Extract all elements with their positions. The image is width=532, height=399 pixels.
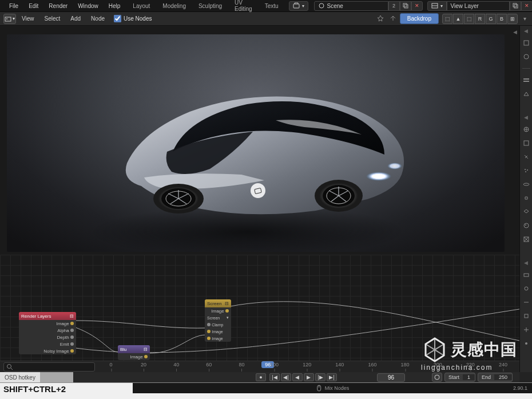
timeline-tick: 20 bbox=[141, 362, 146, 368]
jump-end-button[interactable]: ▶| bbox=[327, 373, 337, 381]
input-socket[interactable] bbox=[207, 323, 211, 326]
prop-tab-output-icon[interactable] bbox=[522, 52, 531, 61]
node-mix-screen[interactable]: Screen⊟ Image Screen▾ Clamp Image Image bbox=[205, 299, 231, 342]
autokey-toggle[interactable] bbox=[432, 373, 442, 382]
compositor-backdrop-area[interactable]: ◀ bbox=[0, 26, 519, 255]
input-socket[interactable] bbox=[207, 330, 211, 333]
channel-btn-r[interactable]: R bbox=[475, 14, 485, 24]
prop-tab-viewlayer-icon[interactable] bbox=[522, 76, 531, 85]
channel-btn-1[interactable]: ▲ bbox=[453, 14, 463, 24]
header-select[interactable]: Select bbox=[40, 14, 65, 23]
current-frame-field[interactable]: 96 bbox=[377, 373, 405, 382]
browse-scene-dropdown[interactable]: ▾ bbox=[289, 1, 308, 11]
timeline-scale[interactable]: 96 020406080100120140160180200220240 bbox=[111, 362, 519, 372]
header-add[interactable]: Add bbox=[66, 14, 85, 23]
auto-keyframe-button[interactable]: ● bbox=[256, 373, 266, 381]
menu-file[interactable]: File bbox=[5, 2, 23, 10]
node-render-layers[interactable]: Render Layers⊟ Image Alpha Depth Emit No… bbox=[19, 312, 76, 354]
svg-rect-2 bbox=[293, 4, 299, 8]
svg-point-33 bbox=[435, 375, 439, 380]
channel-btn-6[interactable]: ⊞ bbox=[507, 14, 518, 24]
channel-btn-b[interactable]: B bbox=[497, 14, 507, 24]
prop-tab-extra-4-icon[interactable] bbox=[522, 311, 531, 321]
backdrop-toggle[interactable]: Backdrop bbox=[400, 13, 439, 24]
chevron-left-icon[interactable]: ◀ bbox=[524, 28, 528, 34]
input-socket[interactable] bbox=[207, 337, 211, 340]
prop-tab-extra-6-icon[interactable] bbox=[522, 339, 531, 348]
prop-tab-extra-1-icon[interactable] bbox=[522, 270, 531, 279]
prop-tab-extra-3-icon[interactable] bbox=[522, 298, 531, 307]
use-nodes-input[interactable] bbox=[114, 15, 121, 22]
output-socket[interactable] bbox=[225, 309, 229, 313]
node-editor[interactable]: Render Layers⊟ Image Alpha Depth Emit No… bbox=[0, 255, 519, 361]
workspace-tab-sculpting[interactable]: Sculpting bbox=[193, 1, 228, 11]
channel-btn-0[interactable]: ⬚ bbox=[442, 14, 452, 24]
viewlayer-dropdown[interactable]: ▾ bbox=[427, 1, 447, 11]
svg-point-50 bbox=[525, 287, 528, 290]
output-socket[interactable] bbox=[144, 355, 148, 358]
prop-tab-render-icon[interactable] bbox=[522, 38, 531, 48]
prop-tab-extra-5-icon[interactable] bbox=[522, 325, 531, 334]
node-collapse-icon[interactable]: ⊟ bbox=[144, 347, 148, 352]
chevron-left-icon[interactable]: ◀ bbox=[524, 114, 528, 120]
prop-tab-physics-icon[interactable] bbox=[522, 180, 531, 189]
jump-start-button[interactable]: |◀ bbox=[269, 373, 280, 381]
prop-tab-scene-icon[interactable] bbox=[522, 89, 531, 98]
output-socket[interactable] bbox=[70, 329, 74, 332]
keyframe-next-button[interactable]: |▶ bbox=[315, 373, 325, 381]
start-frame-field[interactable]: Start1 bbox=[444, 373, 475, 382]
editor-type-selector[interactable]: ▾ bbox=[3, 14, 16, 24]
prop-tab-object-icon[interactable] bbox=[522, 139, 531, 148]
node-collapse-icon[interactable]: ⊟ bbox=[70, 314, 74, 319]
workspace-tab-layout[interactable]: Layout bbox=[127, 1, 156, 11]
prop-tab-particles-icon[interactable] bbox=[522, 166, 531, 175]
keyframe-prev-button[interactable]: ◀| bbox=[281, 373, 291, 381]
channel-btn-2[interactable]: ⬚ bbox=[464, 14, 474, 24]
output-socket[interactable] bbox=[70, 335, 74, 339]
svg-rect-49 bbox=[524, 274, 529, 276]
menu-window[interactable]: Window bbox=[73, 2, 103, 10]
scene-users-count[interactable]: 2 bbox=[388, 1, 400, 11]
scene-new-button[interactable] bbox=[400, 1, 411, 11]
viewlayer-name-field[interactable]: View Layer bbox=[447, 1, 510, 11]
output-socket[interactable] bbox=[70, 342, 74, 346]
play-reverse-button[interactable]: ◀ bbox=[292, 373, 303, 381]
prop-tab-modifier-icon[interactable] bbox=[522, 152, 531, 161]
prop-tab-constraints-icon[interactable] bbox=[522, 193, 531, 203]
output-socket[interactable] bbox=[70, 322, 74, 325]
node-collapse-icon[interactable]: ⊟ bbox=[225, 301, 229, 306]
sidebar-toggle-chevron[interactable]: ◀ bbox=[513, 29, 517, 35]
scene-delete-button[interactable]: ✕ bbox=[411, 1, 423, 11]
scene-name-field[interactable]: Scene bbox=[314, 1, 388, 11]
prop-tab-texture-icon[interactable] bbox=[522, 235, 531, 244]
timeline-search-input[interactable] bbox=[3, 362, 95, 372]
header-node[interactable]: Node bbox=[86, 14, 109, 23]
channel-btn-g[interactable]: G bbox=[486, 14, 496, 24]
timeline-ruler[interactable]: 96 020406080100120140160180200220240 bbox=[0, 361, 519, 372]
use-nodes-checkbox[interactable]: Use Nodes bbox=[110, 15, 155, 22]
output-socket[interactable] bbox=[70, 349, 74, 353]
chevron-down-icon[interactable]: ▾ bbox=[227, 315, 229, 320]
menu-help[interactable]: Help bbox=[104, 2, 125, 10]
prop-tab-world-icon[interactable] bbox=[522, 125, 531, 134]
node-title: Screen bbox=[207, 301, 221, 306]
end-frame-field[interactable]: End250 bbox=[478, 373, 513, 382]
viewlayer-delete-button[interactable]: ✕ bbox=[521, 1, 532, 11]
viewlayer-new-button[interactable] bbox=[510, 1, 521, 11]
workspace-tab-texturing[interactable]: Textu bbox=[259, 1, 284, 11]
prop-tab-material-icon[interactable] bbox=[522, 221, 531, 230]
play-button[interactable]: ▶ bbox=[304, 373, 314, 381]
prop-tab-extra-2-icon[interactable] bbox=[522, 284, 531, 293]
node-blur[interactable]: Blu⊟ Image bbox=[118, 345, 150, 360]
svg-point-29 bbox=[387, 163, 402, 169]
prop-tab-data-icon[interactable] bbox=[522, 207, 531, 216]
workspace-tab-modeling[interactable]: Modeling bbox=[157, 1, 192, 11]
header-view[interactable]: View bbox=[17, 14, 39, 23]
pin-icon[interactable] bbox=[375, 15, 386, 23]
menu-edit[interactable]: Edit bbox=[24, 2, 43, 10]
parent-node-icon[interactable] bbox=[387, 15, 399, 23]
chevron-left-icon[interactable]: ◀ bbox=[524, 260, 528, 266]
menu-render[interactable]: Render bbox=[44, 2, 72, 10]
workspace-tab-uvediting[interactable]: UV Editing bbox=[229, 0, 258, 14]
panel-chevron-icon[interactable]: ▾ bbox=[521, 15, 529, 22]
